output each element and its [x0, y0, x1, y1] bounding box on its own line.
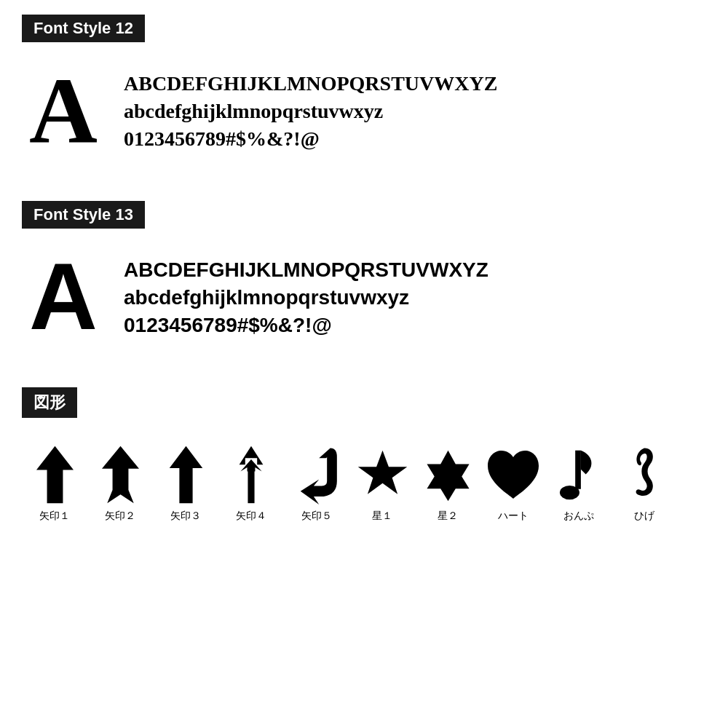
arrow5-icon — [288, 446, 346, 504]
arrow4-icon — [222, 446, 280, 504]
figure-arrow5: 矢印５ — [284, 446, 349, 523]
svg-marker-0 — [36, 446, 73, 503]
figures-section: 図形 矢印１ 矢印２ — [22, 387, 706, 530]
font-style-13-label: Font Style 13 — [22, 201, 145, 229]
arrow2-label: 矢印２ — [105, 510, 135, 523]
figure-arrow2: 矢印２ — [87, 446, 153, 523]
arrow1-label: 矢印１ — [39, 510, 70, 523]
star2-icon — [419, 446, 477, 504]
font-style-12-char-lines: ABCDEFGHIJKLMNOPQRSTUVWXYZ abcdefghijklm… — [124, 63, 497, 152]
figure-note: おんぷ — [546, 446, 612, 523]
arrow3-label: 矢印３ — [170, 510, 201, 523]
font-style-13-line-2: abcdefghijklmnopqrstuvwxyz — [124, 284, 488, 312]
mustache-label: ひげ — [634, 510, 654, 523]
figures-grid: 矢印１ 矢印２ 矢印３ — [22, 431, 706, 530]
font-style-13-section: Font Style 13 A ABCDEFGHIJKLMNOPQRSTUVWX… — [22, 201, 706, 358]
note-label: おんぷ — [563, 510, 594, 523]
figure-arrow4: 矢印４ — [218, 446, 284, 523]
font-style-12-demo: A ABCDEFGHIJKLMNOPQRSTUVWXYZ abcdefghijk… — [22, 55, 706, 172]
font-style-12-line-1: ABCDEFGHIJKLMNOPQRSTUVWXYZ — [124, 70, 497, 98]
svg-rect-10 — [575, 451, 581, 489]
figure-arrow1: 矢印１ — [22, 446, 87, 523]
figures-label: 図形 — [22, 387, 77, 418]
note-icon — [550, 446, 608, 504]
font-style-12-label: Font Style 12 — [22, 15, 145, 42]
figure-star1: 星１ — [349, 446, 415, 523]
arrow1-icon — [25, 446, 84, 504]
figure-mustache: ひげ — [612, 446, 677, 523]
star1-icon — [353, 446, 411, 504]
arrow2-icon — [91, 446, 149, 504]
font-style-13-big-letter: A — [29, 249, 109, 344]
font-style-12-section: Font Style 12 A ABCDEFGHIJKLMNOPQRSTUVWX… — [22, 15, 706, 172]
mustache-icon — [615, 446, 673, 504]
arrow3-icon — [157, 446, 215, 504]
svg-marker-1 — [101, 446, 138, 503]
arrow4-label: 矢印４ — [236, 510, 266, 523]
star2-label: 星２ — [438, 510, 458, 523]
arrow5-label: 矢印５ — [301, 510, 332, 523]
heart-label: ハート — [498, 510, 529, 523]
svg-marker-6 — [357, 450, 407, 494]
figure-star2: 星２ — [415, 446, 480, 523]
font-style-13-demo: A ABCDEFGHIJKLMNOPQRSTUVWXYZ abcdefghijk… — [22, 242, 706, 358]
figure-heart: ハート — [480, 446, 546, 523]
font-style-12-big-letter: A — [29, 63, 109, 157]
svg-marker-7 — [427, 450, 469, 500]
page: Font Style 12 A ABCDEFGHIJKLMNOPQRSTUVWX… — [0, 0, 728, 545]
font-style-12-line-3: 0123456789#$%&?!@ — [124, 125, 497, 153]
font-style-12-line-2: abcdefghijklmnopqrstuvwxyz — [124, 98, 497, 125]
svg-marker-2 — [169, 446, 202, 503]
svg-point-11 — [560, 486, 579, 499]
star1-label: 星１ — [372, 510, 392, 523]
font-style-13-line-3: 0123456789#$%&?!@ — [124, 312, 488, 339]
font-style-13-char-lines: ABCDEFGHIJKLMNOPQRSTUVWXYZ abcdefghijklm… — [124, 249, 488, 339]
font-style-13-line-1: ABCDEFGHIJKLMNOPQRSTUVWXYZ — [124, 256, 488, 284]
figure-arrow3: 矢印３ — [153, 446, 218, 523]
heart-icon — [484, 446, 542, 504]
